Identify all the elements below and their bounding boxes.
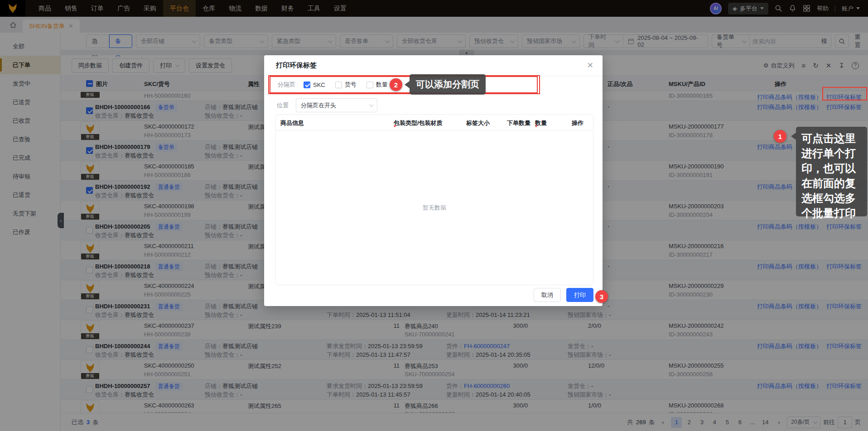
step1-tooltip: 可点击这里进行单个打印，也可以在前面的复选框勾选多个批量打印 <box>796 127 867 216</box>
cancel-button[interactable]: 取消 <box>534 288 561 302</box>
modal-col: 下单数量 <box>507 119 530 127</box>
step1-badge: 1 <box>774 130 786 143</box>
modal-product-table: 商品信息*包装类型/包装材质标签大小下单数量*数量操作 暂无数据 <box>275 114 593 285</box>
modal-footer: 取消 打印 <box>534 288 593 302</box>
modal-col: *数量 <box>535 119 547 127</box>
step1-tooltip-arrow <box>791 133 796 140</box>
step2-highlight-box <box>268 75 540 94</box>
position-select[interactable]: 分隔页在开头 <box>296 98 377 112</box>
print-button[interactable]: 打印 <box>566 288 593 302</box>
chevron-down-icon <box>369 102 374 107</box>
modal-col: 操作 <box>572 119 583 127</box>
modal-col: 商品信息 <box>280 119 304 127</box>
modal-header: 打印环保标签 ✕ <box>264 55 603 76</box>
modal-col: *包装类型/包装材质 <box>394 119 443 127</box>
position-label: 位置 <box>277 101 289 110</box>
close-icon[interactable]: ✕ <box>587 61 593 70</box>
step2-badge: 2 <box>390 78 402 91</box>
position-value: 分隔页在开头 <box>301 101 336 110</box>
modal-table-header: 商品信息*包装类型/包装材质标签大小下单数量*数量操作 <box>276 115 593 131</box>
modal-col: 标签大小 <box>466 119 490 127</box>
empty-state: 暂无数据 <box>276 131 593 285</box>
step3-badge: 3 <box>595 290 608 303</box>
step1-highlight-box <box>822 87 867 101</box>
step2-tooltip: 可以添加分割页 <box>410 74 486 95</box>
position-row: 位置 分隔页在开头 <box>277 98 377 112</box>
step2-tooltip-arrow <box>405 81 410 88</box>
modal-title: 打印环保标签 <box>276 61 317 70</box>
